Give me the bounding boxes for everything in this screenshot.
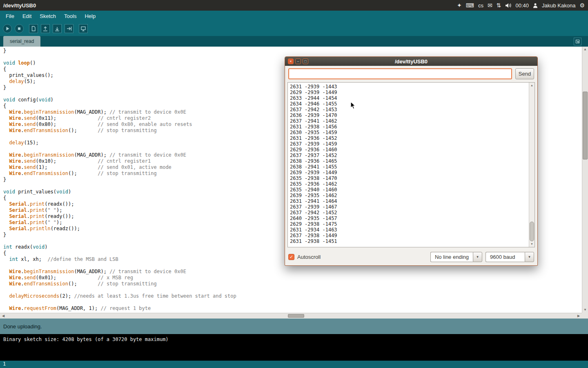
upload-button[interactable]	[65, 24, 74, 33]
serial-line: 2631 -2934 -1463	[290, 227, 528, 233]
keyboard-layout-indicator[interactable]: cs	[478, 2, 483, 9]
autoscroll-label: Autoscroll	[297, 254, 321, 260]
close-icon[interactable]: ×	[288, 58, 294, 64]
clock[interactable]: 00:40	[515, 2, 529, 9]
serial-line: 2638 -2936 -1465	[290, 158, 528, 164]
minimize-icon[interactable]: –	[295, 58, 301, 64]
indicator-applet-icon[interactable]: ✦	[457, 2, 462, 8]
editor-horizontal-scrollbar[interactable]: ◀ ▶	[0, 313, 582, 319]
autoscroll-checkbox[interactable]: ✓	[288, 254, 294, 260]
menu-item-help[interactable]: Help	[80, 11, 100, 21]
editor-vertical-scrollbar[interactable]: ▲ ▼	[582, 47, 588, 313]
panel-window-title: /dev/ttyUSB0	[3, 2, 36, 9]
send-button[interactable]: Send	[515, 68, 534, 79]
serial-line: 2640 -2935 -1457	[290, 215, 528, 221]
stop-button[interactable]	[15, 24, 24, 33]
line-ending-value[interactable]: No line ending	[430, 252, 473, 262]
save-sketch-button[interactable]	[53, 24, 62, 33]
serial-output-area[interactable]: 2631 -2939 -14432629 -2939 -14492633 -29…	[287, 82, 535, 247]
serial-monitor-title: /dev/ttyUSB0	[285, 58, 537, 65]
toolbar	[0, 21, 588, 36]
editor-vscroll-thumb[interactable]	[583, 92, 588, 159]
scroll-right-icon[interactable]: ▶	[576, 313, 581, 319]
line-number: 1	[3, 361, 6, 367]
serial-monitor-window: × – □ /dev/ttyUSB0 Send 2631 -2939 -1443…	[285, 56, 538, 266]
top-panel: /dev/ttyUSB0 ✦ ⌨ cs ✉ ⇅ 00:40 Jakub Kako…	[0, 0, 588, 11]
serial-scroll-thumb[interactable]	[530, 222, 534, 241]
serial-output-scrollbar[interactable]: ▲ ▼	[529, 83, 535, 247]
serial-line: 2637 -2942 -1453	[290, 107, 528, 112]
mail-icon[interactable]: ✉	[488, 2, 492, 8]
serial-line: 2631 -2941 -1464	[290, 198, 528, 204]
maximize-icon[interactable]: □	[303, 58, 308, 64]
serial-line: 2629 -2939 -1449	[290, 90, 528, 95]
gear-icon[interactable]: ⚙	[579, 2, 585, 8]
serial-line: 2637 -2941 -1462	[290, 118, 528, 124]
serial-line: 2633 -2944 -1454	[290, 95, 528, 101]
serial-input[interactable]	[288, 68, 512, 79]
tab-menu-button[interactable]	[574, 38, 581, 45]
serial-line: 2637 -2942 -1452	[290, 210, 528, 215]
window-controls: × – □	[288, 58, 308, 64]
serial-monitor-controls: ✓ Autoscroll No line ending ▾ 9600 baud …	[288, 251, 534, 263]
scroll-down-icon[interactable]: ▼	[529, 242, 535, 247]
serial-line: 2639 -2939 -1449	[290, 170, 528, 175]
user-name[interactable]: Jakub Kakona	[542, 2, 575, 9]
line-number-bar: 1	[0, 361, 588, 368]
menu-item-edit[interactable]: Edit	[18, 11, 36, 21]
status-bar: Done uploading.	[0, 319, 588, 334]
serial-output-text: 2631 -2939 -14432629 -2939 -14492633 -29…	[290, 84, 528, 246]
verify-button[interactable]	[3, 24, 12, 33]
baud-rate-dropdown[interactable]: 9600 baud ▾	[486, 252, 534, 262]
menu-item-sketch[interactable]: Sketch	[36, 11, 60, 21]
network-traffic-icon[interactable]: ⇅	[497, 2, 501, 8]
serial-line: 2629 -2938 -1475	[290, 221, 528, 227]
tab-serial-read[interactable]: serial_read	[3, 36, 40, 47]
serial-line: 2631 -2939 -1443	[290, 84, 528, 90]
serial-line: 2631 -2938 -1451	[290, 238, 528, 244]
scrollbar-corner	[582, 313, 588, 319]
tab-bar: serial_read	[0, 36, 588, 47]
open-sketch-button[interactable]	[41, 24, 50, 33]
scroll-up-icon[interactable]: ▲	[529, 83, 535, 88]
scroll-left-icon[interactable]: ◀	[0, 313, 6, 319]
menubar: FileEditSketchToolsHelp	[0, 11, 588, 21]
serial-line: 2636 -2939 -1470	[290, 112, 528, 118]
editor-hscroll-thumb[interactable]	[288, 314, 304, 318]
serial-line: 2635 -2936 -1462	[290, 181, 528, 187]
keyboard-icon[interactable]: ⌨	[466, 2, 474, 8]
serial-line: 2634 -2946 -1455	[290, 101, 528, 107]
volume-icon[interactable]	[505, 3, 511, 8]
serial-monitor-button[interactable]	[79, 24, 88, 33]
baud-rate-value[interactable]: 9600 baud	[486, 252, 525, 262]
serial-line: 2635 -2940 -1460	[290, 187, 528, 193]
serial-line: 2637 -2938 -1449	[290, 233, 528, 238]
serial-line: 2631 -2936 -1452	[290, 135, 528, 141]
code-line: delayMicroseconds(2); //needs at least 1…	[3, 293, 582, 299]
code-line: }	[3, 48, 582, 54]
serial-send-row: Send	[288, 68, 534, 79]
chevron-down-icon[interactable]: ▾	[525, 252, 534, 262]
menu-item-file[interactable]: File	[2, 11, 18, 21]
scroll-up-icon[interactable]: ▲	[582, 47, 588, 52]
serial-line: 2629 -2936 -1460	[290, 147, 528, 153]
code-line: Wire.requestFrom(MAG_ADDR, 1); // reques…	[3, 305, 582, 312]
serial-line: 2630 -2935 -1459	[290, 130, 528, 135]
scroll-down-icon[interactable]: ▼	[582, 307, 588, 312]
new-sketch-button[interactable]	[29, 24, 38, 33]
panel-indicators: ✦ ⌨ cs ✉ ⇅ 00:40 Jakub Kakona ⚙	[457, 2, 585, 9]
serial-line: 2638 -2941 -1455	[290, 164, 528, 170]
serial-line: 2637 -2939 -1467	[290, 204, 528, 210]
line-ending-dropdown[interactable]: No line ending ▾	[430, 252, 482, 262]
code-line	[3, 287, 582, 293]
serial-line: 2637 -2939 -1459	[290, 141, 528, 147]
code-line: Wire.endTransmission(); // stop transmit…	[3, 281, 582, 287]
serial-line: 2637 -2937 -1452	[290, 153, 528, 158]
menu-item-tools[interactable]: Tools	[60, 11, 80, 21]
serial-monitor-titlebar[interactable]: × – □ /dev/ttyUSB0	[285, 57, 537, 66]
serial-line: 2631 -2938 -1456	[290, 124, 528, 130]
code-line	[3, 299, 582, 305]
serial-line: 2635 -2938 -1470	[290, 175, 528, 181]
console-output[interactable]: Binary sketch size: 4208 bytes (of a 307…	[0, 334, 588, 361]
chevron-down-icon[interactable]: ▾	[473, 252, 482, 262]
